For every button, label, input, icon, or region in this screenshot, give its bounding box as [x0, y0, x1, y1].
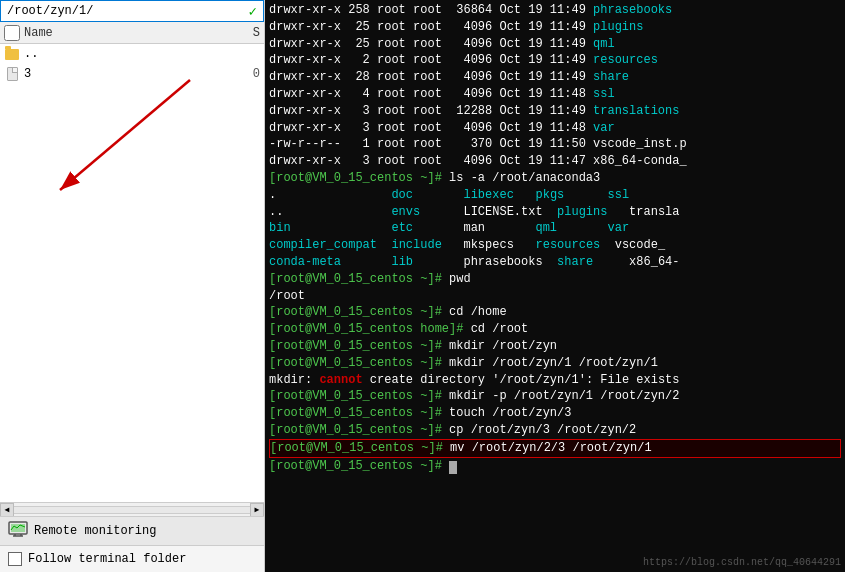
terminal-line: drwxr-xr-x 2 root root 4096 Oct 19 11:49…	[269, 52, 841, 69]
terminal-line: drwxr-xr-x 28 root root 4096 Oct 19 11:4…	[269, 69, 841, 86]
size-column-header: S	[253, 26, 260, 40]
terminal-line: drwxr-xr-x 3 root root 4096 Oct 19 11:47…	[269, 153, 841, 170]
remote-monitoring-label: Remote monitoring	[34, 524, 156, 538]
terminal-panel[interactable]: drwxr-xr-x 258 root root 36864 Oct 19 11…	[265, 0, 845, 572]
file-name: ..	[24, 47, 38, 61]
terminal-line: drwxr-xr-x 25 root root 4096 Oct 19 11:4…	[269, 19, 841, 36]
scroll-left-button[interactable]: ◀	[0, 503, 14, 517]
left-bottom-panel: Remote monitoring Follow terminal folder	[0, 516, 264, 572]
terminal-line: [root@VM_0_15_centos ~]# mkdir /root/zyn	[269, 338, 841, 355]
terminal-line: [root@VM_0_15_centos ~]# mkdir /root/zyn…	[269, 355, 841, 372]
file-list: .. 3 0	[0, 44, 264, 502]
terminal-line: [root@VM_0_15_centos ~]# pwd	[269, 271, 841, 288]
terminal-line: [root@VM_0_15_centos ~]#	[269, 458, 841, 475]
terminal-line: /root	[269, 288, 841, 305]
terminal-line: .. envs LICENSE.txt plugins transla	[269, 204, 841, 221]
monitor-icon	[8, 521, 28, 541]
terminal-line: [root@VM_0_15_centos ~]# ls -a /root/ana…	[269, 170, 841, 187]
terminal-line: mkdir: cannot create directory '/root/zy…	[269, 372, 841, 389]
terminal-line: bin etc man qml var	[269, 220, 841, 237]
file-size: 0	[253, 67, 260, 81]
check-icon: ✓	[249, 3, 257, 20]
terminal-line: drwxr-xr-x 258 root root 36864 Oct 19 11…	[269, 2, 841, 19]
terminal-line: [root@VM_0_15_centos home]# cd /root	[269, 321, 841, 338]
select-all-checkbox[interactable]	[4, 25, 20, 41]
file-icon	[4, 66, 20, 82]
folder-icon	[4, 46, 20, 62]
terminal-line: [root@VM_0_15_centos ~]# touch /root/zyn…	[269, 405, 841, 422]
file-list-header: Name S	[0, 22, 264, 44]
follow-terminal-checkbox[interactable]	[8, 552, 22, 566]
terminal-cursor	[449, 461, 457, 474]
terminal-line: drwxr-xr-x 3 root root 4096 Oct 19 11:48…	[269, 120, 841, 137]
terminal-line: conda-meta lib phrasebooks share x86_64-	[269, 254, 841, 271]
path-text: /root/zyn/1/	[7, 4, 93, 18]
name-column-header: Name	[24, 26, 53, 40]
terminal-line: [root@VM_0_15_centos ~]# mkdir -p /root/…	[269, 388, 841, 405]
terminal-line: compiler_compat include mkspecs resource…	[269, 237, 841, 254]
list-item[interactable]: ..	[0, 44, 264, 64]
terminal-line: drwxr-xr-x 25 root root 4096 Oct 19 11:4…	[269, 36, 841, 53]
horizontal-scrollbar[interactable]: ◀ ▶	[0, 502, 264, 516]
terminal-line: drwxr-xr-x 4 root root 4096 Oct 19 11:48…	[269, 86, 841, 103]
terminal-line: . doc libexec pkgs ssl	[269, 187, 841, 204]
terminal-line: [root@VM_0_15_centos ~]# mv /root/zyn/2/…	[269, 439, 841, 458]
left-panel: /root/zyn/1/ ✓ Name S .. 3	[0, 0, 265, 572]
terminal-line: drwxr-xr-x 3 root root 12288 Oct 19 11:4…	[269, 103, 841, 120]
scroll-track[interactable]	[14, 506, 250, 514]
path-bar[interactable]: /root/zyn/1/ ✓	[0, 0, 264, 22]
follow-terminal-label: Follow terminal folder	[28, 552, 186, 566]
file-name: 3	[24, 67, 31, 81]
main-container: /root/zyn/1/ ✓ Name S .. 3	[0, 0, 845, 572]
follow-terminal-row: Follow terminal folder	[0, 546, 264, 572]
remote-monitoring-button[interactable]: Remote monitoring	[0, 517, 264, 546]
terminal-line: [root@VM_0_15_centos ~]# cp /root/zyn/3 …	[269, 422, 841, 439]
terminal-line: -rw-r--r-- 1 root root 370 Oct 19 11:50 …	[269, 136, 841, 153]
watermark: https://blog.csdn.net/qq_40644291	[643, 556, 841, 570]
scroll-right-button[interactable]: ▶	[250, 503, 264, 517]
terminal-line: [root@VM_0_15_centos ~]# cd /home	[269, 304, 841, 321]
list-item[interactable]: 3 0	[0, 64, 264, 84]
